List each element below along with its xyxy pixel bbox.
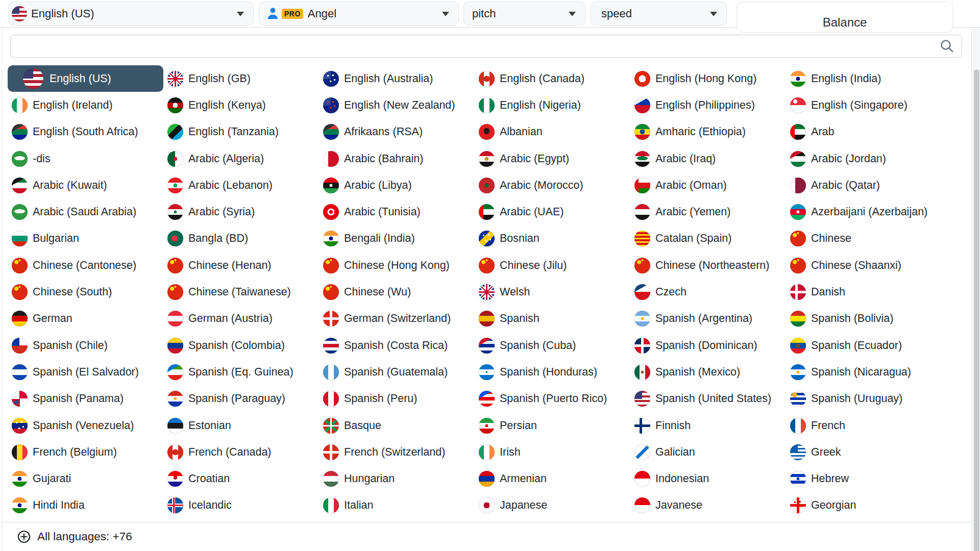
language-option[interactable]: Spanish (Ecuador)	[786, 332, 942, 359]
language-option[interactable]: Spanish (Cuba)	[475, 332, 630, 359]
language-option[interactable]: Arabic (Yemen)	[630, 198, 786, 225]
language-option[interactable]: English (South Africa)	[8, 119, 163, 145]
language-option[interactable]: Arabic (Tunisia)	[319, 198, 475, 225]
language-option[interactable]: Persian	[475, 412, 630, 439]
language-option[interactable]: Estonian	[163, 412, 319, 439]
language-option[interactable]: Chinese (Wu)	[319, 279, 475, 305]
language-option[interactable]: Arabic (Saudi Arabia)	[8, 198, 163, 225]
language-option[interactable]: Arabic (Iraq)	[630, 145, 786, 172]
language-option[interactable]: English (GB)	[163, 65, 319, 92]
language-option[interactable]: English (Nigeria)	[475, 92, 630, 118]
language-option[interactable]: Amharic (Ethiopia)	[630, 119, 786, 145]
language-option[interactable]: Spanish (El Salvador)	[8, 359, 163, 385]
language-option[interactable]: Javanese	[630, 492, 786, 519]
language-option[interactable]: Spanish (Puerto Rico)	[475, 386, 630, 412]
language-option[interactable]: English (US)	[8, 65, 163, 92]
pitch-dropdown[interactable]: pitch	[463, 2, 585, 26]
language-option[interactable]: Spanish (Eq. Guinea)	[163, 359, 319, 385]
language-option[interactable]: English (Australia)	[319, 65, 475, 92]
language-option[interactable]: Arab	[786, 119, 942, 145]
language-option[interactable]: Azerbaijani (Azerbaijan)	[786, 198, 942, 225]
language-option[interactable]: English (Canada)	[475, 65, 630, 92]
language-option[interactable]: French	[786, 412, 942, 439]
language-option[interactable]: Bulgarian	[8, 226, 163, 252]
language-option[interactable]: German (Austria)	[163, 306, 319, 332]
language-option[interactable]: English (India)	[786, 65, 942, 92]
language-option[interactable]: English (Singapore)	[786, 92, 942, 118]
language-option[interactable]: Arabic (UAE)	[475, 198, 630, 225]
language-option[interactable]: Arabic (Jordan)	[786, 145, 942, 172]
language-option[interactable]: Arabic (Egypt)	[475, 145, 630, 172]
language-option[interactable]: Spanish (Nicaragua)	[786, 359, 942, 385]
language-option[interactable]: Spanish (Costa Rica)	[319, 332, 475, 359]
language-option[interactable]: -dis	[8, 145, 163, 172]
language-option[interactable]: Czech	[630, 279, 786, 305]
language-option[interactable]: Spanish (Guatemala)	[319, 359, 475, 385]
language-option[interactable]: Bangla (BD)	[163, 226, 319, 252]
language-option[interactable]: French (Belgium)	[8, 439, 163, 465]
language-option[interactable]: Spanish (Chile)	[8, 332, 163, 359]
language-option[interactable]: Arabic (Kuwait)	[8, 172, 163, 198]
language-option[interactable]: Bengali (India)	[319, 226, 475, 252]
language-option[interactable]: Hebrew	[786, 465, 942, 492]
language-option[interactable]: Spanish	[475, 306, 630, 332]
language-option[interactable]: Arabic (Morocco)	[475, 172, 630, 198]
language-option[interactable]: Danish	[786, 279, 942, 305]
language-option[interactable]: Spanish (Paraguay)	[163, 386, 319, 412]
language-option[interactable]: Arabic (Lebanon)	[163, 172, 319, 198]
language-option[interactable]: Bosnian	[475, 226, 630, 252]
language-option[interactable]: Icelandic	[163, 492, 319, 519]
language-option[interactable]: Arabic (Qatar)	[786, 172, 942, 198]
language-option[interactable]: Arabic (Libya)	[319, 172, 475, 198]
language-option[interactable]: Chinese	[786, 226, 942, 252]
language-option[interactable]: Japanese	[475, 492, 630, 519]
scrollbar-thumb[interactable]	[974, 69, 979, 551]
language-option[interactable]: English (New Zealand)	[319, 92, 475, 118]
language-option[interactable]: Greek	[786, 439, 942, 465]
language-option[interactable]: English (Tanzania)	[163, 119, 319, 145]
language-option[interactable]: Georgian	[786, 492, 942, 519]
language-option[interactable]: Chinese (South)	[8, 279, 163, 305]
language-option[interactable]: French (Switzerland)	[319, 439, 475, 465]
language-option[interactable]: Gujarati	[8, 465, 163, 492]
language-option[interactable]: Italian	[319, 492, 475, 519]
language-option[interactable]: Spanish (Bolivia)	[786, 306, 942, 332]
language-option[interactable]: Spanish (Colombia)	[163, 332, 319, 359]
language-option[interactable]: Chinese (Taiwanese)	[163, 279, 319, 305]
language-option[interactable]: Albanian	[475, 119, 630, 145]
language-option[interactable]: Afrikaans (RSA)	[319, 119, 475, 145]
language-option[interactable]: Spanish (Argentina)	[630, 306, 786, 332]
language-option[interactable]: Chinese (Hong Kong)	[319, 252, 475, 279]
language-option[interactable]: Spanish (Peru)	[319, 386, 475, 412]
language-option[interactable]: English (Hong Kong)	[630, 65, 786, 92]
language-option[interactable]: Hungarian	[319, 465, 475, 492]
language-option[interactable]: Spanish (Honduras)	[475, 359, 630, 385]
language-dropdown[interactable]: English (US)	[8, 2, 254, 26]
language-option[interactable]: Spanish (Dominican)	[630, 332, 786, 359]
language-option[interactable]: Armenian	[475, 465, 630, 492]
language-option[interactable]: English (Ireland)	[8, 92, 163, 118]
language-option[interactable]: English (Kenya)	[163, 92, 319, 118]
language-option[interactable]: Spanish (Uruguay)	[786, 386, 942, 412]
language-option[interactable]: Indonesian	[630, 465, 786, 492]
language-option[interactable]: Chinese (Northeastern)	[630, 252, 786, 279]
language-option[interactable]: Arabic (Algeria)	[163, 145, 319, 172]
all-languages-button[interactable]: All languages: +76	[2, 522, 971, 551]
language-option[interactable]: Basque	[319, 412, 475, 439]
language-option[interactable]: German (Switzerland)	[319, 306, 475, 332]
speed-dropdown[interactable]: speed	[591, 2, 727, 26]
language-option[interactable]: Chinese (Henan)	[163, 252, 319, 279]
language-option[interactable]: Arabic (Oman)	[630, 172, 786, 198]
language-option[interactable]: Irish	[475, 439, 630, 465]
language-option[interactable]: German	[8, 306, 163, 332]
language-option[interactable]: Welsh	[475, 279, 630, 305]
language-option[interactable]: Chinese (Shaanxi)	[786, 252, 942, 279]
language-option[interactable]: Hindi India	[8, 492, 163, 519]
language-option[interactable]: English (Philippines)	[630, 92, 786, 118]
search-input[interactable]	[10, 35, 962, 58]
language-option[interactable]: Chinese (Cantonese)	[8, 252, 163, 279]
scrollbar[interactable]	[973, 28, 980, 551]
language-option[interactable]: Catalan (Spain)	[630, 226, 786, 252]
language-option[interactable]: French (Canada)	[163, 439, 319, 465]
language-option[interactable]: Spanish (Panama)	[8, 386, 163, 412]
